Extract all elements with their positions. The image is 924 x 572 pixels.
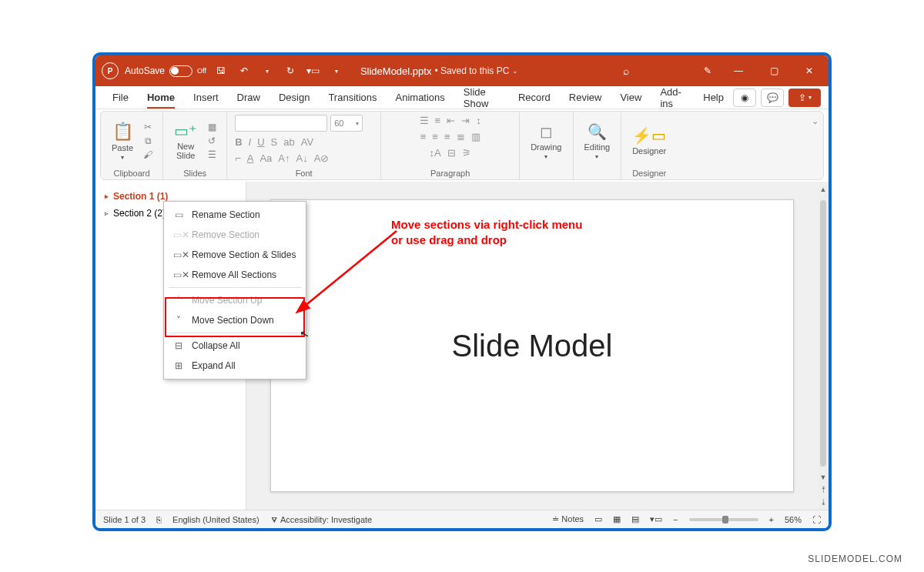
context-item-expand-all[interactable]: ⊞Expand All [164,356,306,376]
copy-icon[interactable]: ⧉ [141,135,155,146]
tab-help[interactable]: Help [694,87,733,108]
save-icon[interactable]: 🖫 [213,62,229,79]
shrink-font-icon[interactable]: A↓ [296,152,307,164]
close-button[interactable]: ✕ [796,59,822,82]
accessibility-status[interactable]: ⛛ Accessibility: Investigate [270,515,373,524]
tab-record[interactable]: Record [509,87,560,108]
paste-button[interactable]: 📋 Paste ▾ [109,120,136,162]
tab-file[interactable]: File [103,87,138,108]
editing-button[interactable]: 🔍 Editing▾ [581,121,614,162]
tab-draw[interactable]: Draw [228,87,270,108]
zoom-value[interactable]: 56% [785,515,802,524]
prev-slide-icon[interactable]: ⭱ [819,485,828,494]
search-icon[interactable]: ⌕ [618,62,634,79]
reset-icon[interactable]: ↺ [205,135,219,146]
record-button[interactable]: ◉ [733,89,756,107]
underline-button[interactable]: U [257,136,264,148]
view-sorter-icon[interactable]: ▦ [613,514,621,524]
zoom-out-button[interactable]: − [673,515,678,524]
bold-button[interactable]: B [235,136,242,148]
justify-icon[interactable]: ≣ [457,131,465,142]
italic-button[interactable]: I [249,136,252,148]
view-normal-icon[interactable]: ▭ [594,514,602,524]
bullets-icon[interactable]: ☰ [420,115,429,126]
align-left-icon[interactable]: ≡ [420,131,427,142]
new-slide-button[interactable]: ▭⁺ New Slide [171,120,200,162]
minimize-button[interactable]: — [725,59,752,82]
tab-home[interactable]: Home [138,87,184,108]
highlight-icon[interactable]: ⌐ [235,152,241,164]
font-color-icon[interactable]: A [247,152,254,164]
smartart-icon[interactable]: ⚞ [462,147,471,159]
context-item-rename-section[interactable]: ▭Rename Section [164,205,306,225]
scroll-down-icon[interactable]: ▼ [819,473,828,482]
tab-animations[interactable]: Animations [387,87,454,108]
columns-icon[interactable]: ▥ [471,131,480,142]
vertical-scrollbar[interactable]: ▲ ▼ ⭱ ⭳ [818,182,829,510]
align-right-icon[interactable]: ≡ [444,131,450,142]
context-item-move-section-down[interactable]: ˅Move Section Down [164,310,306,330]
strike-button[interactable]: S [271,136,278,148]
zoom-in-button[interactable]: + [769,515,774,524]
section-icon[interactable]: ☰ [205,149,219,160]
ribbon-collapse-icon[interactable]: ⌄ [807,112,823,179]
tab-design[interactable]: Design [270,87,319,108]
context-item-remove-all-sections[interactable]: ▭✕Remove All Sections [164,265,306,285]
drawing-button[interactable]: ◻ Drawing▾ [527,121,564,162]
charspacing-button[interactable]: AV [301,136,313,148]
autosave-toggle[interactable]: AutoSave Off [125,65,206,77]
context-item-remove-section-slides[interactable]: ▭✕Remove Section & Slides [164,245,306,265]
rename-icon: ▭ [173,209,184,220]
align-text-icon[interactable]: ⊟ [447,147,456,159]
tab-slideshow[interactable]: Slide Show [454,82,509,114]
next-slide-icon[interactable]: ⭳ [819,497,828,507]
fit-to-window-icon[interactable]: ⛶ [812,515,821,524]
share-button[interactable]: ⇪ ▾ [788,89,821,107]
tab-view[interactable]: View [611,87,651,108]
section-name: Section 2 (2) [113,208,166,219]
comments-button[interactable]: 💬 [761,89,784,107]
mic-icon[interactable]: ✎ [699,62,716,79]
layout-icon[interactable]: ▦ [205,122,219,132]
notes-button[interactable]: ≐ Notes [552,514,584,524]
undo-dropdown-icon[interactable]: ▾ [259,62,276,79]
zoom-slider[interactable] [689,518,758,521]
font-family-select[interactable] [235,115,327,132]
maximize-button[interactable]: ▢ [761,59,787,82]
designer-icon: ⚡▭ [632,126,666,145]
change-case-icon[interactable]: Aa [259,152,272,164]
view-slideshow-icon[interactable]: ▾▭ [650,514,662,524]
clipboard-icon: 📋 [112,122,133,142]
present-icon[interactable]: ▾▭ [305,62,322,79]
redo-icon[interactable]: ↻ [282,62,299,79]
shadow-button[interactable]: ab [283,136,294,148]
view-reading-icon[interactable]: ▤ [631,514,639,524]
numbering-icon[interactable]: ≡ [435,115,441,126]
indent-dec-icon[interactable]: ⇤ [447,115,455,126]
align-center-icon[interactable]: ≡ [432,131,438,142]
context-item-collapse-all[interactable]: ⊟Collapse All [164,336,306,356]
cut-icon[interactable]: ✂ [141,122,155,132]
scroll-up-icon[interactable]: ▲ [819,185,828,194]
save-status[interactable]: • Saved to this PC [434,65,509,76]
scroll-thumb[interactable] [820,200,826,467]
font-size-select[interactable]: 60▾ [330,115,363,132]
tab-transitions[interactable]: Transitions [319,87,386,108]
access-mode-icon[interactable]: ⎘ [156,515,162,524]
grow-font-icon[interactable]: A↑ [278,152,290,164]
qab-dropdown-icon[interactable]: ▾ [328,62,345,79]
slide-counter[interactable]: Slide 1 of 3 [103,515,146,524]
tab-addins[interactable]: Add-ins [651,82,694,114]
toggle-switch[interactable] [169,65,192,77]
designer-button[interactable]: ⚡▭ Designer [629,125,669,157]
language-status[interactable]: English (United States) [172,515,259,524]
undo-icon[interactable]: ↶ [236,62,253,79]
tab-insert[interactable]: Insert [184,87,228,108]
line-spacing-icon[interactable]: ↕ [476,115,481,126]
format-painter-icon[interactable]: 🖌 [141,149,155,160]
save-status-chevron-icon[interactable]: ⌄ [512,67,518,75]
clear-format-icon[interactable]: A⊘ [314,152,330,164]
text-direction-icon[interactable]: ↕A [430,147,441,159]
tab-review[interactable]: Review [560,87,611,108]
indent-inc-icon[interactable]: ⇥ [461,115,470,126]
